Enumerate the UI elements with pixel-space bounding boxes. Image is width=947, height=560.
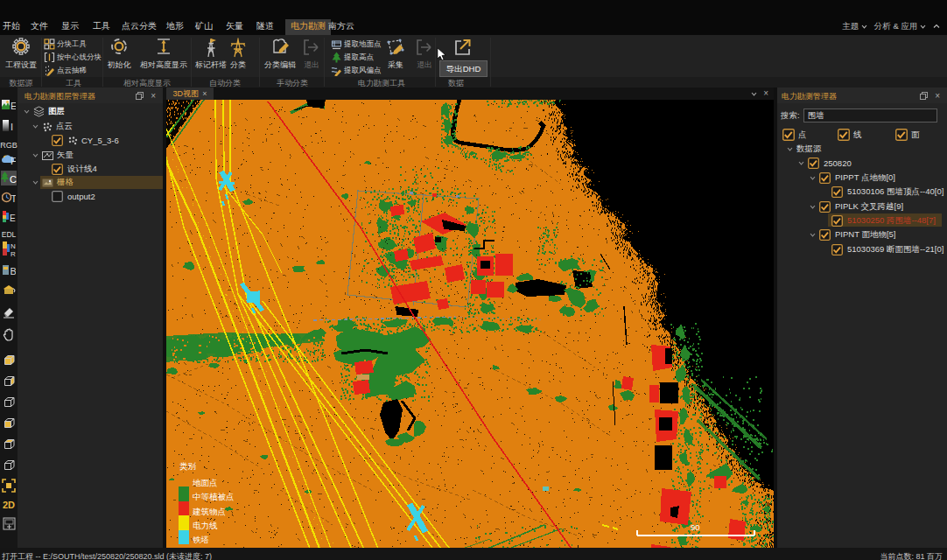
svg-text:T: T	[11, 193, 17, 204]
svg-text:铁塔: 铁塔	[193, 535, 209, 544]
svg-text:类别: 类别	[179, 461, 196, 471]
svg-text:90: 90	[691, 522, 700, 532]
svg-text:N: N	[11, 242, 16, 250]
svg-text:地面点: 地面点	[192, 478, 218, 487]
svg-text:I: I	[11, 122, 13, 132]
svg-text:中等植被点: 中等植被点	[193, 492, 235, 501]
svg-text:C: C	[10, 174, 17, 185]
svg-text:R: R	[11, 250, 16, 258]
svg-text:E: E	[10, 214, 16, 223]
svg-text:E: E	[11, 101, 16, 111]
svg-text:B: B	[11, 266, 17, 276]
svg-text:电力线: 电力线	[193, 521, 218, 530]
svg-text:F: F	[11, 156, 16, 166]
svg-text:建筑物点: 建筑物点	[192, 507, 226, 516]
